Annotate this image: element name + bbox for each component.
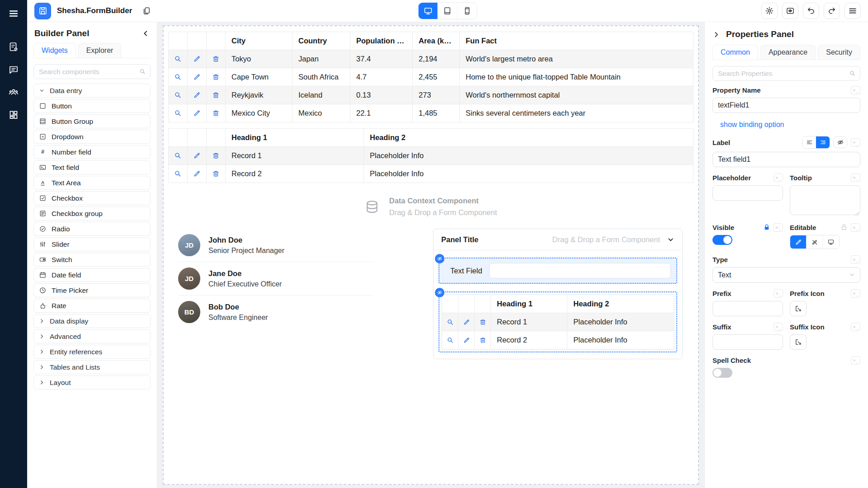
section-data-display[interactable]: Data display bbox=[33, 314, 151, 328]
row-view-button[interactable] bbox=[169, 50, 188, 68]
nested-table-component[interactable]: Heading 1 Heading 2 Record 1Placeholder … bbox=[439, 291, 677, 352]
widget-dropdown[interactable]: Dropdown bbox=[33, 130, 151, 144]
visible-toggle[interactable] bbox=[712, 235, 732, 245]
row-edit-button[interactable] bbox=[458, 331, 475, 349]
widget-button[interactable]: Button bbox=[33, 99, 151, 113]
widget-slider[interactable]: Slider bbox=[33, 237, 151, 251]
row-edit-button[interactable] bbox=[188, 147, 207, 165]
text-field-input[interactable] bbox=[489, 263, 671, 278]
widget-number-field[interactable]: Number field bbox=[33, 145, 151, 159]
code-editor-icon[interactable] bbox=[851, 289, 860, 298]
widget-radio[interactable]: Radio bbox=[33, 222, 151, 236]
row-view-button[interactable] bbox=[442, 313, 458, 331]
team-icon[interactable] bbox=[6, 84, 21, 100]
section-layout[interactable]: Layout bbox=[33, 375, 151, 389]
widget-button-group[interactable]: Button Group bbox=[33, 114, 151, 128]
placeholder-input[interactable] bbox=[712, 185, 783, 201]
label-input[interactable] bbox=[712, 152, 860, 167]
search-components-input[interactable] bbox=[33, 64, 151, 79]
form-canvas[interactable]: City Country Population (M) Area (km²) F… bbox=[163, 25, 699, 485]
code-editor-icon[interactable] bbox=[851, 174, 860, 182]
code-editor-icon[interactable] bbox=[851, 86, 860, 94]
widget-time-picker[interactable]: Time Picker bbox=[33, 283, 151, 297]
align-left-icon[interactable] bbox=[802, 136, 816, 148]
widget-text-area[interactable]: Text Area bbox=[33, 176, 151, 190]
widget-checkbox[interactable]: Checkbox bbox=[33, 191, 151, 205]
prefix-icon-picker-button[interactable] bbox=[790, 301, 807, 316]
widget-switch[interactable]: Switch bbox=[33, 253, 151, 267]
editable-readonly-icon[interactable] bbox=[807, 235, 823, 249]
widget-text-field[interactable]: Text field bbox=[33, 160, 151, 174]
hide-label-eye-slash-icon[interactable] bbox=[834, 136, 847, 148]
text-field-component[interactable]: Text Field bbox=[439, 258, 677, 284]
code-editor-icon[interactable] bbox=[774, 323, 783, 331]
suffix-icon-picker-button[interactable] bbox=[790, 334, 807, 350]
row-delete-button[interactable] bbox=[207, 50, 226, 68]
widget-rate[interactable]: Rate bbox=[33, 299, 151, 313]
settings-button[interactable] bbox=[761, 3, 778, 19]
code-editor-icon[interactable] bbox=[851, 356, 860, 365]
spell-check-toggle[interactable] bbox=[712, 368, 732, 378]
row-delete-button[interactable] bbox=[475, 313, 491, 331]
align-right-icon[interactable] bbox=[816, 136, 830, 148]
desktop-view-button[interactable] bbox=[419, 3, 438, 19]
code-editor-icon[interactable] bbox=[851, 223, 860, 232]
editable-edit-icon[interactable] bbox=[790, 235, 807, 249]
row-view-button[interactable] bbox=[442, 331, 458, 349]
row-delete-button[interactable] bbox=[207, 104, 226, 122]
code-editor-icon[interactable] bbox=[851, 138, 860, 147]
code-editor-icon[interactable] bbox=[774, 223, 783, 232]
section-data-entry[interactable]: Data entry bbox=[33, 84, 151, 98]
row-delete-button[interactable] bbox=[207, 86, 226, 104]
widget-checkbox-group[interactable]: Checkbox group bbox=[33, 206, 151, 221]
row-view-button[interactable] bbox=[169, 68, 188, 86]
section-advanced[interactable]: Advanced bbox=[33, 329, 151, 343]
row-edit-button[interactable] bbox=[188, 50, 207, 68]
tab-widgets[interactable]: Widgets bbox=[33, 43, 76, 58]
chevron-down-icon[interactable] bbox=[667, 236, 675, 244]
main-menu-icon[interactable] bbox=[6, 6, 21, 21]
code-editor-icon[interactable] bbox=[851, 255, 860, 264]
undo-button[interactable] bbox=[803, 3, 819, 19]
suffix-input[interactable] bbox=[712, 334, 783, 350]
row-delete-button[interactable] bbox=[207, 165, 226, 183]
collapse-builder-icon[interactable] bbox=[142, 29, 150, 38]
copy-icon[interactable] bbox=[142, 6, 151, 15]
data-context-dropzone[interactable]: Data Context Component Drag & Drop a For… bbox=[365, 197, 497, 217]
widget-date-field[interactable]: Date field bbox=[33, 268, 151, 282]
search-properties-input[interactable] bbox=[712, 66, 860, 81]
comments-icon[interactable] bbox=[6, 62, 21, 77]
code-editor-icon[interactable] bbox=[774, 174, 783, 182]
editable-inherit-icon[interactable] bbox=[823, 235, 839, 249]
prefix-input[interactable] bbox=[712, 301, 783, 316]
section-entity-references[interactable]: Entity references bbox=[33, 345, 151, 359]
tablet-view-button[interactable] bbox=[438, 3, 458, 19]
row-delete-button[interactable] bbox=[207, 147, 226, 165]
menu-button[interactable] bbox=[844, 3, 861, 19]
mobile-view-button[interactable] bbox=[458, 3, 477, 19]
row-view-button[interactable] bbox=[169, 86, 188, 104]
modules-icon[interactable] bbox=[6, 107, 21, 122]
unlock-icon[interactable] bbox=[840, 224, 848, 231]
code-editor-icon[interactable] bbox=[851, 323, 860, 331]
code-editor-icon[interactable] bbox=[774, 289, 783, 298]
collapse-properties-icon[interactable] bbox=[712, 31, 720, 38]
tab-security[interactable]: Security bbox=[818, 45, 860, 60]
row-view-button[interactable] bbox=[169, 165, 188, 183]
show-binding-option-link[interactable]: show binding option bbox=[720, 121, 784, 129]
tab-explorer[interactable]: Explorer bbox=[78, 43, 122, 58]
row-delete-button[interactable] bbox=[475, 331, 491, 349]
row-edit-button[interactable] bbox=[188, 68, 207, 86]
row-view-button[interactable] bbox=[169, 147, 188, 165]
panel-header[interactable]: Panel Title Drag & Drop a Form Component bbox=[434, 229, 682, 250]
row-edit-button[interactable] bbox=[188, 104, 207, 122]
section-tables-and-lists[interactable]: Tables and Lists bbox=[33, 360, 151, 374]
tab-common[interactable]: Common bbox=[712, 45, 758, 60]
type-select[interactable]: Text bbox=[712, 267, 860, 283]
preview-button[interactable] bbox=[782, 3, 798, 19]
redo-button[interactable] bbox=[824, 3, 840, 19]
property-name-input[interactable] bbox=[712, 98, 860, 113]
tab-appearance[interactable]: Appearance bbox=[760, 45, 816, 60]
lock-icon[interactable] bbox=[763, 224, 770, 231]
forms-icon[interactable] bbox=[6, 39, 21, 55]
